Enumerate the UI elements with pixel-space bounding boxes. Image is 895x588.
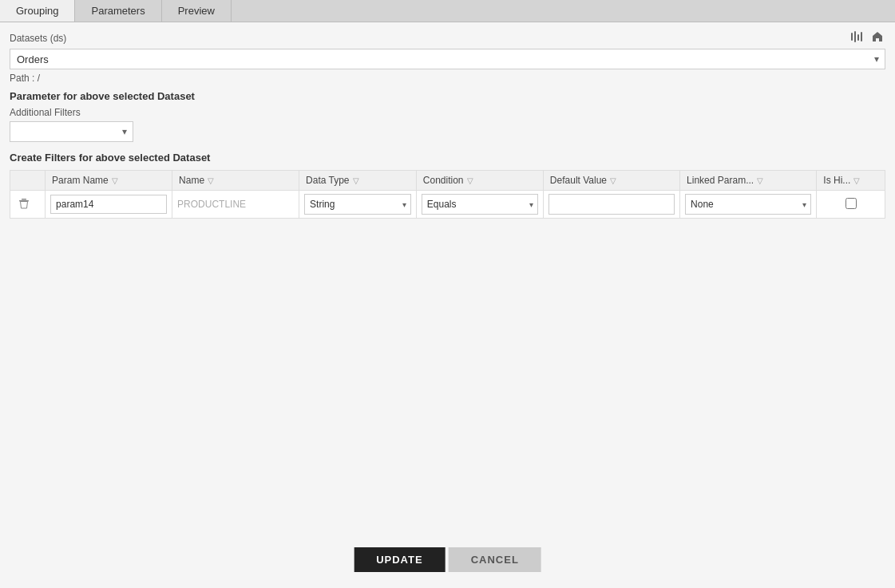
th-param-name: Param Name ▽: [46, 171, 172, 191]
path-label: Path :: [10, 73, 34, 84]
row-is-hi-cell: [817, 191, 885, 219]
data-type-select[interactable]: String: [304, 194, 411, 215]
datasets-label: Datasets (ds): [10, 33, 66, 44]
row-default-value-cell: [543, 191, 679, 219]
condition-select[interactable]: Equals: [422, 194, 538, 215]
sliders-icon: [850, 30, 863, 43]
th-param-name-label: Param Name: [52, 175, 109, 186]
row-delete-cell: [10, 191, 46, 219]
row-param-name-cell: [46, 191, 172, 219]
row-condition-cell: Equals ▾: [416, 191, 543, 219]
svg-rect-2: [857, 34, 859, 41]
tab-grouping-label: Grouping: [16, 5, 58, 17]
th-linked-param: Linked Param... ▽: [680, 171, 817, 191]
th-delete: [10, 171, 46, 191]
th-is-hi-label: Is Hi...: [823, 175, 850, 186]
linked-param-select-wrapper: None ▾: [685, 194, 811, 215]
filter-table: Param Name ▽ Name ▽ Data Type ▽: [10, 170, 885, 219]
data-type-select-wrapper: String ▾: [304, 194, 411, 215]
tab-preview[interactable]: Preview: [162, 0, 232, 22]
th-data-type-filter-icon[interactable]: ▽: [353, 176, 359, 185]
th-condition: Condition ▽: [416, 171, 543, 191]
svg-rect-1: [854, 31, 856, 42]
tab-grouping[interactable]: Grouping: [0, 0, 75, 22]
tab-parameters[interactable]: Parameters: [75, 0, 161, 22]
tab-preview-label: Preview: [178, 5, 215, 17]
th-data-type: Data Type ▽: [299, 171, 417, 191]
th-condition-label: Condition: [423, 175, 464, 186]
condition-select-wrapper: Equals ▾: [422, 194, 538, 215]
datasets-icons: [849, 30, 885, 45]
main-content: Datasets (ds) Orders ▾ Path: [0, 22, 895, 588]
row-name-cell: PRODUCTLINE: [172, 191, 299, 219]
th-is-hi: Is Hi... ▽: [817, 171, 885, 191]
svg-rect-5: [22, 199, 26, 200]
parameter-section-title: Parameter for above selected Dataset: [10, 90, 885, 102]
param-name-input[interactable]: [50, 195, 167, 214]
th-param-name-filter-icon[interactable]: ▽: [112, 176, 118, 185]
sliders-icon-btn[interactable]: [849, 30, 865, 45]
th-linked-param-filter-icon[interactable]: ▽: [757, 176, 763, 185]
tabs-bar: Grouping Parameters Preview: [0, 0, 895, 22]
svg-rect-0: [851, 33, 853, 41]
default-value-input[interactable]: [548, 194, 675, 215]
th-name-filter-icon[interactable]: ▽: [208, 176, 214, 185]
table-row: PRODUCTLINE String ▾ Equals: [10, 191, 885, 219]
update-button[interactable]: UPDATE: [354, 547, 445, 572]
th-linked-param-label: Linked Param...: [687, 175, 754, 186]
path-value: /: [38, 73, 40, 84]
th-default-value-label: Default Value: [550, 175, 607, 186]
dataset-select-wrapper: Orders ▾: [10, 49, 885, 69]
path-row: Path : /: [10, 73, 885, 84]
row-data-type-cell: String ▾: [299, 191, 417, 219]
table-header-row: Param Name ▽ Name ▽ Data Type ▽: [10, 171, 885, 191]
svg-rect-3: [861, 32, 862, 41]
th-default-value-filter-icon[interactable]: ▽: [610, 176, 616, 185]
row-linked-param-cell: None ▾: [680, 191, 817, 219]
is-hi-checkbox[interactable]: [845, 198, 857, 209]
th-default-value: Default Value ▽: [543, 171, 679, 191]
additional-filters-select-wrapper: ▾: [10, 121, 133, 142]
home-icon-btn[interactable]: [869, 30, 885, 45]
datasets-label-row: Datasets (ds): [10, 30, 885, 45]
dataset-select[interactable]: Orders: [10, 49, 885, 69]
linked-param-select[interactable]: None: [685, 194, 811, 215]
delete-row-button[interactable]: [15, 198, 33, 211]
th-name-label: Name: [179, 175, 204, 186]
trash-icon: [18, 198, 30, 209]
bottom-buttons: UPDATE CANCEL: [354, 547, 541, 572]
th-is-hi-filter-icon[interactable]: ▽: [853, 176, 860, 185]
create-filters-title: Create Filters for above selected Datase…: [10, 152, 885, 164]
cancel-button[interactable]: CANCEL: [449, 547, 541, 572]
additional-filters-select[interactable]: [10, 121, 133, 142]
th-condition-filter-icon[interactable]: ▽: [467, 176, 473, 185]
additional-filters-label: Additional Filters: [10, 107, 885, 118]
home-icon: [871, 30, 884, 43]
tab-parameters-label: Parameters: [91, 5, 145, 17]
th-name: Name ▽: [172, 171, 299, 191]
th-data-type-label: Data Type: [306, 175, 349, 186]
name-value: PRODUCTLINE: [177, 199, 246, 210]
